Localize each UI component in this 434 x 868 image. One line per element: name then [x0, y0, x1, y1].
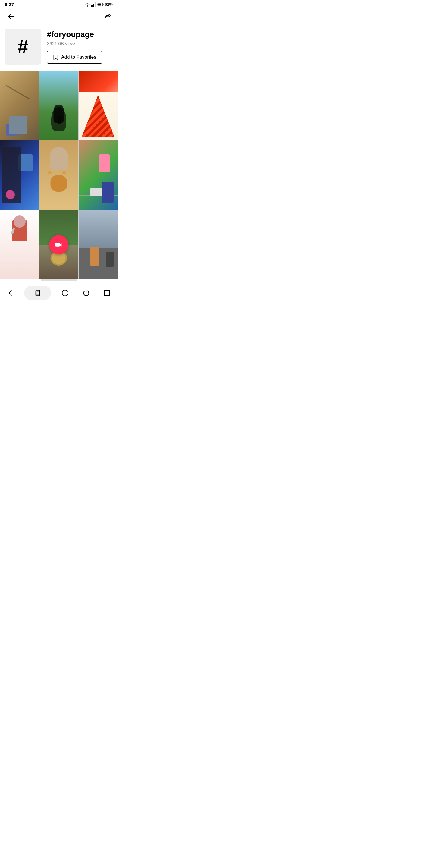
header-info: #foryoupage 3621.0B views Add to Favorit…	[47, 29, 113, 64]
svg-rect-3	[95, 2, 96, 7]
svg-rect-1	[92, 4, 93, 7]
svg-rect-10	[36, 292, 39, 294]
back-button[interactable]	[5, 10, 17, 23]
add-favorites-label: Add to Favorites	[61, 55, 96, 60]
nav-overview-icon	[103, 289, 111, 297]
nav-recents-icon	[34, 290, 41, 296]
hashtag-symbol: #	[18, 37, 28, 56]
back-arrow-icon	[7, 13, 15, 21]
nav-bar	[0, 8, 118, 26]
svg-rect-12	[104, 290, 110, 296]
header-section: # #foryoupage 3621.0B views Add to Favor…	[0, 26, 118, 71]
status-time: 6:27	[5, 2, 14, 7]
video-cell-3[interactable]	[79, 71, 118, 140]
video-cell-2[interactable]	[39, 71, 78, 140]
video-cell-7[interactable]	[0, 210, 39, 279]
nav-power-icon	[82, 289, 90, 297]
view-count: 3621.0B views	[47, 41, 113, 46]
add-to-favorites-button[interactable]: Add to Favorites	[47, 51, 102, 64]
video-cell-9[interactable]	[79, 210, 118, 279]
record-button[interactable]	[49, 235, 68, 254]
share-button[interactable]	[101, 10, 113, 23]
video-cell-6[interactable]	[79, 141, 118, 210]
status-icons: 62%	[85, 2, 113, 7]
svg-rect-0	[91, 5, 92, 7]
svg-rect-6	[97, 3, 101, 5]
nav-home-icon	[61, 289, 69, 297]
share-icon	[103, 13, 111, 21]
signal-icon	[91, 2, 96, 7]
bottom-nav-container	[0, 279, 118, 305]
bookmark-icon	[53, 54, 59, 60]
nav-recents-button[interactable]	[24, 286, 51, 300]
bottom-nav	[0, 282, 118, 305]
video-cell-5[interactable]	[39, 141, 78, 210]
nav-back-button[interactable]	[3, 286, 18, 300]
svg-point-11	[62, 290, 68, 296]
battery-icon	[97, 3, 104, 6]
svg-rect-7	[55, 243, 60, 247]
home-indicator	[41, 279, 77, 281]
wifi-icon	[85, 2, 90, 7]
video-cell-8[interactable]	[39, 210, 78, 279]
nav-back-icon	[7, 289, 14, 297]
hashtag-thumbnail: #	[5, 29, 41, 65]
status-bar: 6:27 62%	[0, 0, 118, 8]
nav-power-button[interactable]	[79, 286, 93, 300]
video-cell-4[interactable]	[0, 141, 39, 210]
camera-icon	[55, 241, 63, 249]
hashtag-title: #foryoupage	[47, 30, 113, 39]
nav-overview-button[interactable]	[100, 286, 114, 300]
svg-rect-5	[103, 4, 103, 5]
nav-home-button[interactable]	[58, 286, 72, 300]
svg-rect-2	[93, 4, 94, 7]
video-grid	[0, 71, 118, 279]
battery-percent: 62%	[105, 2, 113, 7]
video-cell-1[interactable]	[0, 71, 39, 140]
